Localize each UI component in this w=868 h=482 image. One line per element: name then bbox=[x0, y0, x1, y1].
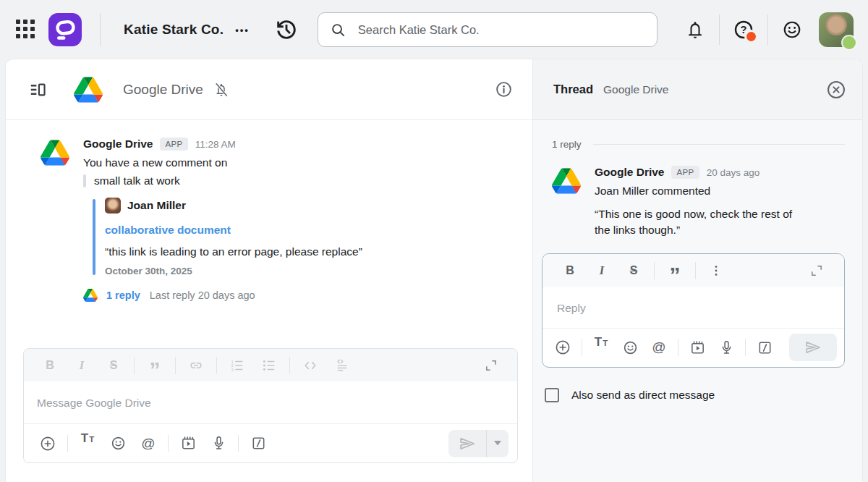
pumble-logo[interactable] bbox=[48, 12, 82, 47]
channel-title[interactable]: Google Drive bbox=[123, 82, 203, 98]
notifications-muted-icon[interactable] bbox=[213, 82, 229, 98]
strikethrough-icon[interactable]: S bbox=[98, 353, 129, 378]
comment-date: October 30th, 2025 bbox=[105, 266, 362, 276]
send-options-caret-icon[interactable] bbox=[487, 430, 509, 457]
topbar-divider bbox=[767, 14, 768, 45]
comment-text: “this link is leading to an error page, … bbox=[105, 245, 362, 258]
also-send-dm-checkbox[interactable] bbox=[545, 388, 559, 402]
search-bar[interactable] bbox=[318, 12, 658, 47]
toolbar-divider bbox=[216, 357, 217, 374]
message-text: Joan Miller commented bbox=[595, 185, 794, 198]
topbar-divider bbox=[719, 14, 720, 45]
mention-icon[interactable]: @ bbox=[644, 335, 673, 360]
message-body: Google Drive APP 20 days ago Joan Miller… bbox=[595, 166, 794, 239]
video-message-icon[interactable] bbox=[173, 431, 203, 456]
message-list: Google Drive APP 11:28 AM You have a new… bbox=[6, 120, 532, 338]
workspace-content-card: Google Drive bbox=[6, 59, 862, 482]
blockquote-icon[interactable]: ” bbox=[659, 254, 691, 287]
message-timestamp: 20 days ago bbox=[707, 167, 760, 178]
send-split-button bbox=[448, 430, 509, 457]
ordered-list-icon[interactable]: 1 2 3 bbox=[221, 353, 253, 378]
top-bar: Katie Stark Co. ••• ? bbox=[0, 0, 868, 59]
notifications-bell-icon[interactable] bbox=[681, 16, 709, 43]
send-icon[interactable] bbox=[789, 334, 837, 361]
text-format-icon[interactable]: TT bbox=[72, 431, 103, 456]
channel-info-icon[interactable] bbox=[494, 80, 514, 99]
toolbar-divider bbox=[134, 357, 135, 374]
message-input[interactable]: Message Google Drive bbox=[24, 381, 517, 423]
audio-message-icon[interactable] bbox=[712, 335, 741, 360]
send-icon[interactable] bbox=[448, 430, 486, 457]
attach-plus-icon[interactable] bbox=[33, 431, 63, 456]
channel-view: Google Drive bbox=[6, 59, 532, 482]
topbar-right-cluster: ? bbox=[681, 12, 854, 47]
history-icon[interactable] bbox=[273, 16, 300, 43]
search-input[interactable] bbox=[357, 22, 645, 38]
italic-icon[interactable]: I bbox=[66, 353, 98, 378]
reply-input[interactable]: Reply bbox=[542, 287, 844, 328]
bold-icon[interactable]: B bbox=[554, 258, 586, 283]
blockquote-icon[interactable]: ” bbox=[139, 349, 171, 382]
message-author[interactable]: Google Drive bbox=[83, 138, 153, 151]
sidebar-toggle-icon[interactable] bbox=[27, 80, 48, 100]
presence-online-dot bbox=[843, 36, 856, 49]
composer-format-toolbar: B I S ” bbox=[542, 254, 844, 287]
expand-composer-icon[interactable] bbox=[475, 353, 507, 378]
audio-message-icon[interactable] bbox=[203, 431, 234, 456]
thread-reply-message: Google Drive APP 20 days ago Joan Miller… bbox=[533, 161, 862, 239]
message-author[interactable]: Google Drive bbox=[595, 166, 664, 179]
reply-count-label: 1 reply bbox=[552, 139, 582, 150]
message-body: Google Drive APP 11:28 AM You have a new… bbox=[83, 138, 362, 302]
thread-header: Thread Google Drive bbox=[533, 59, 862, 120]
apps-grid-icon[interactable] bbox=[16, 20, 36, 40]
close-thread-icon[interactable] bbox=[826, 80, 846, 100]
reply-count[interactable]: 1 reply bbox=[106, 289, 140, 301]
inline-code-icon[interactable] bbox=[294, 353, 326, 378]
bullet-list-icon[interactable] bbox=[253, 353, 285, 378]
italic-icon[interactable]: I bbox=[586, 258, 618, 283]
search-icon bbox=[330, 22, 346, 38]
toolbar-divider bbox=[168, 435, 169, 452]
composer-action-bar: TT @ bbox=[24, 423, 517, 462]
thread-title: Thread bbox=[553, 83, 593, 96]
thread-replies-divider: 1 reply bbox=[533, 120, 862, 161]
app-badge: APP bbox=[671, 166, 699, 179]
divider-line bbox=[593, 144, 845, 145]
app-badge: APP bbox=[160, 138, 187, 151]
toolbar-divider bbox=[654, 262, 655, 279]
code-block-icon[interactable] bbox=[326, 353, 358, 378]
user-avatar[interactable] bbox=[819, 12, 854, 47]
link-icon[interactable] bbox=[180, 353, 212, 378]
message-text: You have a new comment on bbox=[83, 156, 362, 169]
shortcuts-icon[interactable] bbox=[243, 431, 273, 456]
google-drive-mini-icon bbox=[83, 289, 98, 302]
emoji-icon[interactable] bbox=[103, 431, 133, 456]
thread-panel: Thread Google Drive 1 reply Google Dri bbox=[532, 59, 862, 482]
comment-author-row: Joan Miller bbox=[105, 198, 362, 213]
message-header: Google Drive APP 20 days ago bbox=[595, 166, 794, 179]
attach-plus-icon[interactable] bbox=[548, 335, 577, 360]
channel-header: Google Drive bbox=[6, 59, 532, 120]
expand-composer-icon[interactable] bbox=[801, 258, 833, 283]
strikethrough-icon[interactable]: S bbox=[618, 258, 650, 283]
workspace-name[interactable]: Katie Stark Co. bbox=[124, 22, 224, 38]
message-composer: B I S ” 1 bbox=[23, 348, 518, 463]
emoji-icon[interactable] bbox=[616, 335, 644, 360]
toolbar-divider bbox=[695, 262, 696, 279]
video-message-icon[interactable] bbox=[683, 335, 712, 360]
commenter-avatar bbox=[105, 198, 121, 213]
bold-icon[interactable]: B bbox=[34, 353, 66, 378]
status-emoji-icon[interactable] bbox=[778, 16, 806, 43]
mention-icon[interactable]: @ bbox=[133, 431, 163, 456]
toolbar-divider bbox=[745, 339, 746, 356]
help-icon[interactable]: ? bbox=[730, 16, 757, 43]
svg-text:?: ? bbox=[741, 24, 747, 35]
workspace-menu-icon[interactable]: ••• bbox=[235, 25, 250, 35]
svg-text:3: 3 bbox=[231, 367, 233, 371]
shortcuts-icon[interactable] bbox=[750, 335, 779, 360]
document-link[interactable]: collaborative document bbox=[105, 224, 362, 237]
toolbar-divider bbox=[289, 357, 290, 374]
text-format-icon[interactable]: TT bbox=[587, 335, 616, 360]
thread-replies-link[interactable]: 1 reply Last reply 20 days ago bbox=[83, 289, 362, 302]
more-formatting-kebab-icon[interactable] bbox=[700, 258, 732, 283]
